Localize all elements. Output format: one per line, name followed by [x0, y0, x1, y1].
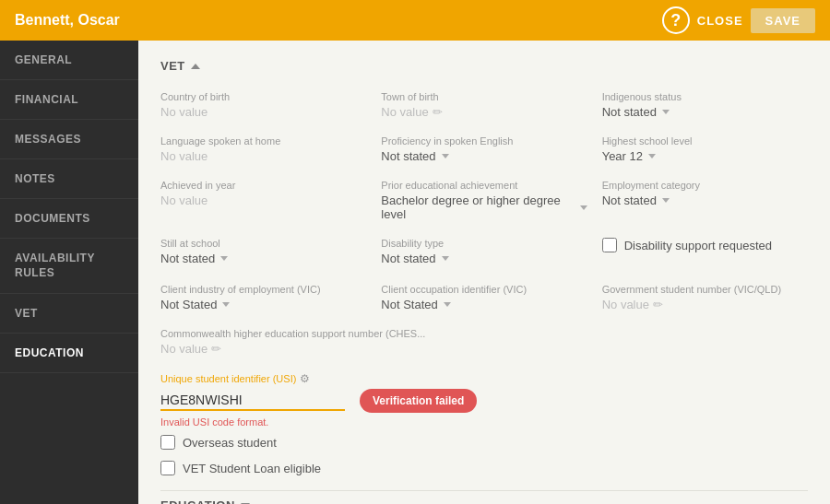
field-client-occupation: Client occupation identifier (VIC) Not S…	[381, 284, 587, 311]
town-of-birth-label: Town of birth	[381, 91, 587, 102]
field-country-of-birth: Country of birth No value	[160, 91, 366, 119]
checkboxes-section: Overseas student VET Student Loan eligib…	[160, 435, 808, 475]
prior-educational-value[interactable]: Bachelor degree or higher degree level	[381, 193, 587, 221]
overseas-student-row: Overseas student	[160, 435, 808, 450]
language-spoken-label: Language spoken at home	[160, 135, 366, 147]
page-title: Bennett, Oscar	[15, 12, 120, 29]
proficiency-english-value[interactable]: Not stated	[381, 149, 587, 163]
client-occupation-chevron	[444, 302, 451, 307]
client-industry-value[interactable]: Not Stated	[160, 298, 366, 311]
disability-type-value[interactable]: Not stated	[381, 252, 587, 265]
form-row-5: Client industry of employment (VIC) Not …	[160, 284, 808, 328]
country-of-birth-value[interactable]: No value	[160, 105, 366, 119]
sidebar-item-availability-rules[interactable]: AVAILABILITY RULES	[0, 239, 138, 294]
disability-support-checkbox[interactable]	[602, 238, 617, 252]
overseas-student-checkbox[interactable]	[160, 435, 175, 450]
sidebar: GENERAL FINANCIAL MESSAGES NOTES DOCUMEN…	[0, 41, 138, 504]
language-spoken-value[interactable]: No value	[160, 149, 366, 163]
still-at-school-chevron	[220, 256, 228, 261]
vet-student-loan-checkbox[interactable]	[160, 461, 175, 475]
town-of-birth-pencil: ✏	[433, 105, 443, 119]
sidebar-item-education[interactable]: EDUCATION	[0, 334, 138, 373]
field-disability-type: Disability type Not stated	[381, 238, 587, 267]
field-town-of-birth: Town of birth No value ✏	[381, 91, 587, 119]
sidebar-item-documents[interactable]: DOCUMENTS	[0, 199, 138, 239]
help-button[interactable]: ?	[662, 6, 690, 34]
field-still-at-school: Still at school Not stated	[160, 238, 366, 267]
disability-support-label: Disability support requested	[624, 239, 772, 252]
form-row-2: Language spoken at home No value Profici…	[160, 135, 808, 180]
usi-input[interactable]	[160, 391, 345, 411]
vet-section-header: VET	[160, 59, 808, 73]
sidebar-item-notes[interactable]: NOTES	[0, 159, 138, 199]
client-occupation-label: Client occupation identifier (VIC)	[381, 284, 587, 295]
form-row-4: Still at school Not stated Disability ty…	[160, 238, 808, 284]
content-area: VET Country of birth No value Town of bi…	[138, 41, 830, 504]
vet-student-loan-label: VET Student Loan eligible	[183, 462, 321, 475]
indigenous-status-value[interactable]: Not stated	[602, 105, 808, 119]
prior-educational-chevron	[580, 205, 587, 210]
client-industry-chevron	[222, 302, 230, 307]
field-ches-number: Commonwealth higher education support nu…	[160, 328, 808, 356]
employment-category-label: Employment category	[602, 180, 808, 191]
disability-type-label: Disability type	[381, 238, 587, 249]
field-govt-student-number: Government student number (VIC/QLD) No v…	[602, 284, 808, 311]
employment-category-value[interactable]: Not stated	[602, 193, 808, 207]
header-actions: ? CLOSE SAVE	[662, 6, 815, 34]
vet-section-label: VET	[160, 59, 185, 73]
disability-type-chevron	[442, 256, 449, 261]
proficiency-english-label: Proficiency in spoken English	[381, 135, 587, 147]
vet-student-loan-row: VET Student Loan eligible	[160, 461, 808, 475]
country-of-birth-label: Country of birth	[160, 91, 366, 102]
sidebar-item-general[interactable]: GENERAL	[0, 41, 138, 80]
field-indigenous-status: Indigenous status Not stated	[602, 91, 808, 119]
field-highest-school: Highest school level Year 12	[602, 135, 808, 163]
govt-student-pencil: ✏	[653, 298, 663, 311]
form-row-3: Achieved in year No value Prior educatio…	[160, 180, 808, 238]
overseas-student-label: Overseas student	[183, 436, 277, 450]
still-at-school-value[interactable]: Not stated	[160, 252, 366, 265]
save-button[interactable]: SAVE	[751, 8, 815, 33]
disability-support-row: Disability support requested	[602, 238, 808, 252]
prior-educational-label: Prior educational achievement	[381, 180, 587, 191]
indigenous-status-label: Indigenous status	[602, 91, 808, 102]
sidebar-item-financial[interactable]: FINANCIAL	[0, 80, 138, 120]
highest-school-label: Highest school level	[602, 135, 808, 147]
employment-category-chevron	[662, 198, 670, 203]
still-at-school-label: Still at school	[160, 238, 366, 249]
education-section-label: EDUCATION	[160, 498, 235, 504]
close-button[interactable]: CLOSE	[697, 14, 743, 28]
achieved-year-value[interactable]: No value	[160, 193, 366, 207]
achieved-year-label: Achieved in year	[160, 180, 366, 191]
field-prior-educational: Prior educational achievement Bachelor d…	[381, 180, 587, 221]
usi-error-text: Invalid USI code format.	[160, 416, 808, 428]
town-of-birth-value[interactable]: No value ✏	[381, 105, 587, 119]
client-occupation-value[interactable]: Not Stated	[381, 298, 587, 311]
form-row-1: Country of birth No value Town of birth …	[160, 91, 808, 135]
field-employment-category: Employment category Not stated	[602, 180, 808, 221]
vet-collapse-icon[interactable]	[191, 64, 200, 69]
usi-input-row: Verification failed	[160, 389, 808, 413]
ches-pencil: ✏	[211, 342, 221, 356]
ches-label: Commonwealth higher education support nu…	[160, 328, 808, 339]
govt-student-number-label: Government student number (VIC/QLD)	[602, 284, 808, 295]
client-industry-label: Client industry of employment (VIC)	[160, 284, 366, 295]
gear-icon[interactable]: ⚙	[300, 372, 310, 385]
govt-student-number-value[interactable]: No value ✏	[602, 298, 808, 311]
indigenous-status-chevron	[662, 110, 670, 114]
sidebar-item-vet[interactable]: VET	[0, 294, 138, 334]
field-client-industry: Client industry of employment (VIC) Not …	[160, 284, 366, 311]
education-section-footer[interactable]: EDUCATION	[160, 490, 808, 504]
verification-failed-badge[interactable]: Verification failed	[360, 389, 477, 413]
field-disability-support: Disability support requested	[602, 238, 808, 267]
ches-value[interactable]: No value ✏	[160, 342, 808, 356]
field-achieved-year: Achieved in year No value	[160, 180, 366, 221]
proficiency-english-chevron	[442, 154, 449, 158]
field-language-spoken: Language spoken at home No value	[160, 135, 366, 163]
highest-school-value[interactable]: Year 12	[602, 149, 808, 163]
main-layout: GENERAL FINANCIAL MESSAGES NOTES DOCUMEN…	[0, 41, 830, 504]
field-proficiency-english: Proficiency in spoken English Not stated	[381, 135, 587, 163]
usi-section: Unique student identifier (USI) ⚙ Verifi…	[160, 372, 808, 428]
highest-school-chevron	[648, 154, 656, 158]
sidebar-item-messages[interactable]: MESSAGES	[0, 120, 138, 159]
